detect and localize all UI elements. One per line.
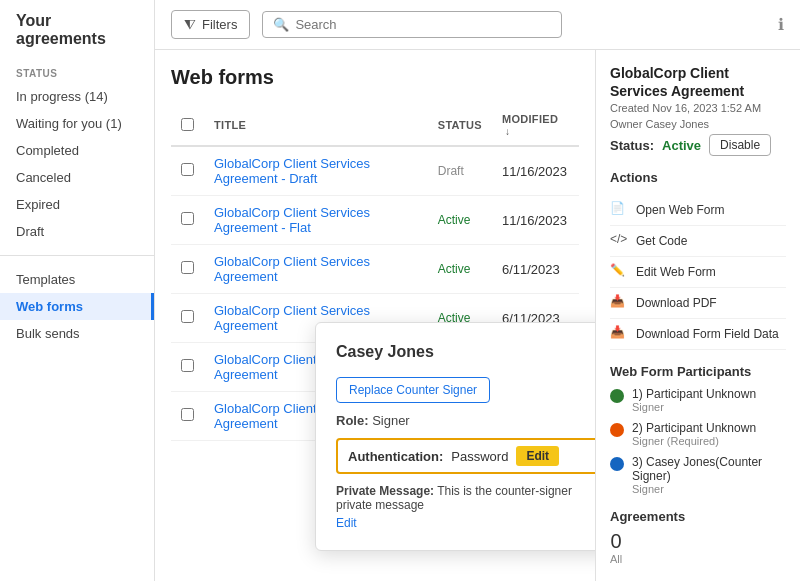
row-checkbox-2[interactable] <box>181 261 194 274</box>
row-checkbox-0[interactable] <box>181 163 194 176</box>
sidebar-item-completed[interactable]: Completed <box>0 137 154 164</box>
agreements-count: 0 All <box>610 530 786 565</box>
casey-jones-popup: Casey Jones Replace Counter Signer Role:… <box>315 322 595 551</box>
rp-participants-title: Web Form Participants <box>610 364 786 379</box>
page-title: Web forms <box>171 66 579 89</box>
row-checkbox-1[interactable] <box>181 212 194 225</box>
row-title-1[interactable]: GlobalCorp Client Services Agreement - F… <box>204 196 428 245</box>
sidebar: Your agreements STATUS In progress (14) … <box>0 0 155 581</box>
agreements-all-count: 0 <box>611 530 622 553</box>
row-modified-0: 11/16/2023 <box>492 146 579 196</box>
rp-actions-title: Actions <box>610 170 786 185</box>
content-area: Web forms TITLE STATUS MODIFIED ↓ Global… <box>155 50 800 581</box>
sidebar-title: Your agreements <box>0 12 154 60</box>
pencil-icon: ✏️ <box>610 263 628 281</box>
info-icon[interactable]: ℹ <box>778 15 784 34</box>
row-status-1: Active <box>428 196 492 245</box>
row-title-2[interactable]: GlobalCorp Client Services Agreement <box>204 245 428 294</box>
disable-button[interactable]: Disable <box>709 134 771 156</box>
participant-2-name: 2) Participant Unknown <box>632 421 756 435</box>
private-message-edit-link[interactable]: Edit <box>336 516 595 530</box>
sidebar-item-expired[interactable]: Expired <box>0 191 154 218</box>
edit-web-form-action[interactable]: ✏️ Edit Web Form <box>610 257 786 288</box>
participant-3-role: Signer <box>632 483 786 495</box>
rp-agreement-title: GlobalCorp Client Services Agreement <box>610 64 786 100</box>
participant-1-role: Signer <box>632 401 756 413</box>
table-area: Web forms TITLE STATUS MODIFIED ↓ Global… <box>155 50 595 581</box>
search-box: 🔍 <box>262 11 562 38</box>
agreements-all-label: All <box>610 553 622 565</box>
auth-edit-button[interactable]: Edit <box>516 446 559 466</box>
right-panel: GlobalCorp Client Services Agreement Cre… <box>595 50 800 581</box>
rp-created: Created Nov 16, 2023 1:52 AM <box>610 102 786 114</box>
participant-3-name: 3) Casey Jones(Counter Signer) <box>632 455 786 483</box>
filter-button[interactable]: ⧨ Filters <box>171 10 250 39</box>
participant-2: 2) Participant Unknown Signer (Required) <box>610 421 786 447</box>
sidebar-item-canceled[interactable]: Canceled <box>0 164 154 191</box>
table-row: GlobalCorp Client Services Agreement - F… <box>171 196 579 245</box>
doc-icon: 📄 <box>610 201 628 219</box>
row-checkbox-4[interactable] <box>181 359 194 372</box>
sidebar-item-bulk-sends[interactable]: Bulk sends <box>0 320 154 347</box>
code-icon: </> <box>610 232 628 250</box>
row-status-0: Draft <box>428 146 492 196</box>
row-status-2: Active <box>428 245 492 294</box>
sidebar-item-in-progress[interactable]: In progress (14) <box>0 83 154 110</box>
replace-counter-signer-button[interactable]: Replace Counter Signer <box>336 377 490 403</box>
row-modified-2: 6/11/2023 <box>492 245 579 294</box>
participant-dot-2 <box>610 423 624 437</box>
table-row: GlobalCorp Client Services Agreement - D… <box>171 146 579 196</box>
rp-status-label: Status: <box>610 138 654 153</box>
popup-overlay: Casey Jones Replace Counter Signer Role:… <box>315 322 595 551</box>
participant-dot-1 <box>610 389 624 403</box>
select-all-checkbox[interactable] <box>181 118 194 131</box>
rp-status-value: Active <box>662 138 701 153</box>
col-modified[interactable]: MODIFIED ↓ <box>492 105 579 146</box>
rp-agreements-title: Agreements <box>610 509 786 524</box>
sidebar-item-draft[interactable]: Draft <box>0 218 154 245</box>
participant-dot-3 <box>610 457 624 471</box>
download-pdf-action[interactable]: 📥 Download PDF <box>610 288 786 319</box>
status-section-label: STATUS <box>0 60 154 83</box>
participant-3: 3) Casey Jones(Counter Signer) Signer <box>610 455 786 495</box>
row-checkbox-5[interactable] <box>181 408 194 421</box>
download-form-icon: 📥 <box>610 325 628 343</box>
popup-authentication: Authentication: Password Edit <box>336 438 595 474</box>
row-modified-1: 11/16/2023 <box>492 196 579 245</box>
participant-2-role: Signer (Required) <box>632 435 756 447</box>
popup-private-message: Private Message: This is the counter-sig… <box>336 484 595 530</box>
participant-1-name: 1) Participant Unknown <box>632 387 756 401</box>
row-checkbox-3[interactable] <box>181 310 194 323</box>
rp-owner: Owner Casey Jones <box>610 118 786 130</box>
sidebar-item-web-forms[interactable]: Web forms <box>0 293 154 320</box>
col-status: STATUS <box>428 105 492 146</box>
download-form-field-data-action[interactable]: 📥 Download Form Field Data <box>610 319 786 350</box>
search-icon: 🔍 <box>273 17 289 32</box>
participant-1: 1) Participant Unknown Signer <box>610 387 786 413</box>
table-row: GlobalCorp Client Services Agreement Act… <box>171 245 579 294</box>
header: ⧨ Filters 🔍 ℹ <box>155 0 800 50</box>
filter-icon: ⧨ <box>184 16 196 33</box>
get-code-action[interactable]: </> Get Code <box>610 226 786 257</box>
sidebar-item-templates[interactable]: Templates <box>0 266 154 293</box>
download-pdf-icon: 📥 <box>610 294 628 312</box>
search-input[interactable] <box>295 17 551 32</box>
rp-status-row: Status: Active Disable <box>610 134 786 156</box>
col-title: TITLE <box>204 105 428 146</box>
popup-title: Casey Jones <box>336 343 595 361</box>
main-content: ⧨ Filters 🔍 ℹ Web forms TITLE STATUS MOD… <box>155 0 800 581</box>
sidebar-item-waiting[interactable]: Waiting for you (1) <box>0 110 154 137</box>
row-title-0[interactable]: GlobalCorp Client Services Agreement - D… <box>204 146 428 196</box>
open-web-form-action[interactable]: 📄 Open Web Form <box>610 195 786 226</box>
popup-role: Role: Signer <box>336 413 595 428</box>
